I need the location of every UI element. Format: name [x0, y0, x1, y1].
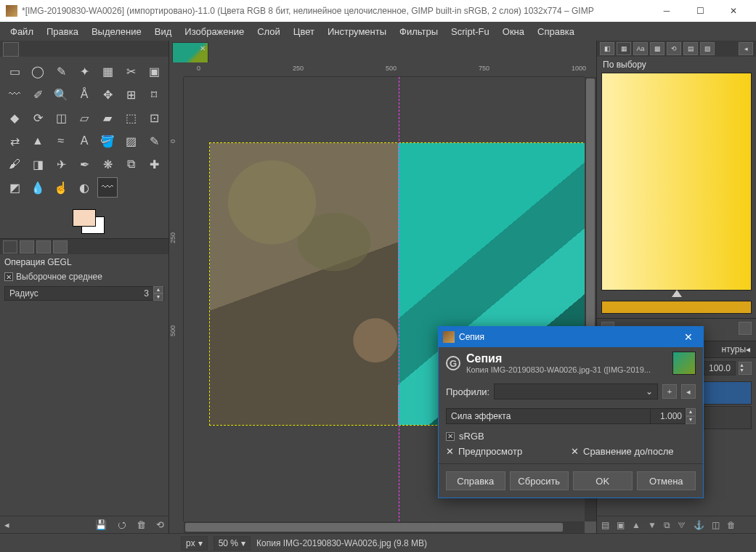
tool-shear[interactable]: ▱: [74, 107, 94, 128]
gradient-preview[interactable]: [601, 73, 752, 291]
reset-button[interactable]: Сбросить: [510, 471, 569, 490]
tool-warp[interactable]: ≈: [51, 131, 71, 151]
window-close-button[interactable]: ✕: [717, 0, 750, 22]
profiles-dropdown[interactable]: ⌄: [494, 383, 658, 399]
toolbox-tab[interactable]: [3, 42, 19, 57]
vertical-ruler[interactable]: 0 250 500: [169, 77, 184, 521]
tool-by-color-select[interactable]: ▦: [97, 61, 118, 81]
dock-menu-icon[interactable]: ◂: [739, 42, 753, 55]
image-tab-close-icon[interactable]: ✕: [200, 44, 206, 52]
menu-image[interactable]: Изображение: [179, 23, 250, 40]
brushes-tab[interactable]: ◧: [600, 42, 614, 55]
tool-handle-transform[interactable]: ⊡: [144, 107, 164, 128]
menu-help[interactable]: Справка: [532, 23, 580, 40]
gradient-knob-icon[interactable]: [672, 290, 682, 297]
tool-mypaint[interactable]: ❋: [97, 154, 118, 174]
tool-color-picker[interactable]: ✐: [28, 84, 48, 105]
new-layer-icon[interactable]: ▤: [601, 520, 609, 530]
images-tab[interactable]: [53, 240, 68, 253]
radius-field[interactable]: Радиус 3 ▲▼: [4, 286, 164, 301]
gradient-strip[interactable]: [601, 301, 752, 314]
profile-menu-button[interactable]: ◂: [681, 384, 696, 399]
reset-options-icon[interactable]: ⟲: [156, 519, 164, 530]
cancel-button[interactable]: Отмена: [637, 471, 696, 490]
tool-ink[interactable]: ✒: [74, 154, 94, 174]
foreground-color-swatch[interactable]: [73, 209, 96, 227]
tool-scissors[interactable]: ✂: [121, 61, 141, 81]
tool-smudge[interactable]: ☝: [51, 177, 71, 198]
help-button[interactable]: Справка: [446, 471, 505, 490]
tool-heal[interactable]: ✚: [144, 154, 164, 174]
delete-options-icon[interactable]: 🗑: [137, 519, 146, 530]
menu-view[interactable]: Вид: [149, 23, 178, 40]
menu-edit[interactable]: Правка: [41, 23, 84, 40]
tool-perspective[interactable]: ▰: [97, 107, 118, 128]
horizontal-ruler[interactable]: 0 250 500 750 1000: [184, 62, 585, 77]
raise-layer-icon[interactable]: ▲: [632, 520, 641, 530]
history-tab[interactable]: ⟲: [667, 42, 681, 55]
dialog-close-button[interactable]: ✕: [678, 327, 699, 347]
tool-blur[interactable]: 💧: [28, 177, 48, 198]
srgb-checkbox[interactable]: ✕: [446, 432, 455, 441]
tool-fuzzy-select[interactable]: ✦: [74, 61, 94, 81]
window-maximize-button[interactable]: ☐: [683, 0, 717, 22]
menu-filters[interactable]: Фильтры: [394, 23, 444, 40]
patterns-tab[interactable]: ▩: [650, 42, 664, 55]
dialog-titlebar[interactable]: Сепия ✕: [439, 327, 703, 347]
tool-flip[interactable]: ⇄: [4, 131, 25, 151]
tool-airbrush[interactable]: ✈: [51, 154, 71, 174]
zoom-dropdown[interactable]: 50 %▾: [214, 536, 251, 551]
tool-rotate[interactable]: ⟳: [28, 107, 48, 128]
merge-layer-icon[interactable]: ⩔: [678, 520, 686, 530]
menu-layer[interactable]: Слой: [251, 23, 286, 40]
tool-eraser[interactable]: ◨: [28, 154, 48, 174]
effect-strength-spinner[interactable]: ▲▼: [686, 408, 696, 424]
save-options-icon[interactable]: 💾: [95, 519, 107, 530]
tool-zoom[interactable]: 🔍: [51, 84, 71, 105]
document-history-tab[interactable]: ▤: [683, 42, 698, 55]
delete-layer-icon[interactable]: 🗑: [727, 520, 736, 530]
window-minimize-button[interactable]: ─: [650, 0, 683, 22]
restore-options-icon[interactable]: ⭯: [117, 519, 126, 530]
navigation-button[interactable]: [585, 521, 596, 533]
menu-file[interactable]: Файл: [4, 23, 39, 40]
preview-checkbox[interactable]: ✕: [446, 446, 454, 457]
fonts-tab[interactable]: Aa: [633, 42, 648, 55]
tool-scale[interactable]: ◫: [51, 107, 71, 128]
unit-dropdown[interactable]: px▾: [181, 536, 208, 551]
menu-windows[interactable]: Окна: [497, 23, 530, 40]
device-status-tab[interactable]: [20, 240, 34, 253]
tool-pencil[interactable]: ✎: [144, 131, 164, 151]
tool-measure[interactable]: Å: [74, 84, 94, 105]
ok-button[interactable]: OK: [573, 471, 633, 490]
layer-group-icon[interactable]: ▣: [617, 520, 625, 530]
tool-cage[interactable]: ▲: [28, 131, 48, 151]
left-arrow-icon[interactable]: ◂: [4, 519, 9, 530]
tool-dodge[interactable]: ◐: [74, 177, 94, 198]
tool-free-select[interactable]: ✎: [51, 61, 71, 81]
tool-crop[interactable]: ⌑: [144, 84, 164, 105]
tool-align[interactable]: ⊞: [121, 84, 141, 105]
tool-clone[interactable]: ⧉: [121, 154, 141, 174]
tool-perspective-clone[interactable]: ◩: [4, 177, 25, 198]
tool-unified-transform[interactable]: ◆: [4, 107, 25, 128]
palettes-tab[interactable]: ▨: [700, 42, 715, 55]
menu-tools[interactable]: Инструменты: [322, 23, 392, 40]
tool-gegl-operation[interactable]: 〰: [97, 177, 118, 198]
tool-options-tab[interactable]: [3, 240, 17, 253]
lower-layer-icon[interactable]: ▼: [648, 520, 657, 530]
effect-strength-value[interactable]: 1.000: [651, 408, 686, 424]
menu-scriptfu[interactable]: Script-Fu: [445, 23, 495, 40]
tool-ellipse-select[interactable]: ◯: [28, 61, 48, 81]
tool-paths[interactable]: 〰: [4, 84, 25, 105]
tool-options-close-icon[interactable]: ✕: [4, 272, 13, 281]
opacity-spinner[interactable]: ▲▼: [739, 362, 752, 375]
tool-text[interactable]: A: [74, 131, 94, 151]
tool-rect-select[interactable]: ▭: [4, 61, 25, 81]
right-mid-grid-icon[interactable]: [739, 322, 752, 335]
tool-gradient[interactable]: ▨: [121, 131, 141, 151]
tool-paintbrush[interactable]: 🖌: [4, 154, 25, 174]
tool-foreground-select[interactable]: ▣: [144, 61, 164, 81]
tool-move[interactable]: ✥: [97, 84, 118, 105]
undo-history-tab[interactable]: [36, 240, 51, 253]
